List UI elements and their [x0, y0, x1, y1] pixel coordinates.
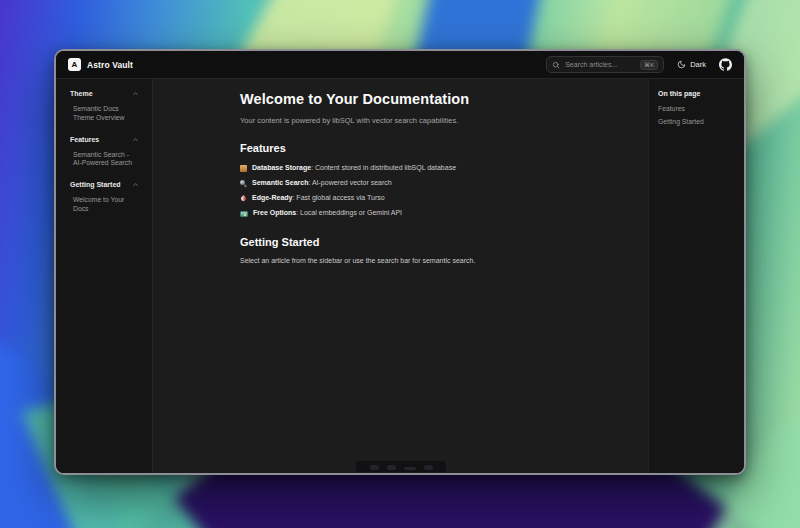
github-icon	[719, 58, 732, 71]
sidebar: Theme Semantic Docs Theme Overview Featu…	[56, 79, 153, 473]
search-icon	[552, 61, 560, 69]
dock-icon[interactable]	[387, 465, 396, 470]
feature-text: Semantic Search: AI-powered vector searc…	[252, 178, 392, 188]
sidebar-item-welcome-to-your-docs[interactable]: Welcome to Your Docs	[70, 196, 139, 214]
app-body: Theme Semantic Docs Theme Overview Featu…	[56, 79, 744, 473]
app-logo-icon: A	[68, 58, 81, 71]
magnifier-icon	[240, 180, 247, 187]
feature-item-database-storage: Database Storage: Content stored in dist…	[240, 163, 628, 173]
sidebar-section-getting-started: Getting Started Welcome to Your Docs	[70, 181, 139, 214]
dock[interactable]	[356, 461, 446, 472]
sidebar-section-features-header[interactable]: Features	[70, 136, 139, 143]
toc-link-features[interactable]: Features	[658, 105, 736, 112]
search-shortcut-badge: ⌘K	[640, 60, 658, 70]
sidebar-section-features: Features Semantic Search - AI-Powered Se…	[70, 136, 139, 169]
dock-icon[interactable]	[404, 467, 416, 470]
chevron-up-icon	[132, 90, 139, 97]
search-input[interactable]: Search articles... ⌘K	[546, 56, 664, 73]
theme-toggle-button[interactable]: Dark	[672, 57, 711, 72]
chevron-up-icon	[132, 136, 139, 143]
page-intro: Your content is powered by libSQL with v…	[240, 116, 628, 125]
package-icon	[240, 165, 247, 172]
app-window: A Astro Vault Search articles... ⌘K Dark	[54, 49, 746, 475]
features-heading: Features	[240, 142, 628, 154]
getting-started-heading: Getting Started	[240, 236, 628, 248]
feature-item-free-options: Free Options: Local embeddings or Gemini…	[240, 208, 628, 218]
rocket-icon	[240, 195, 247, 202]
chevron-up-icon	[132, 181, 139, 188]
theme-toggle-label: Dark	[690, 60, 706, 69]
feature-list: Database Storage: Content stored in dist…	[240, 163, 628, 219]
main-content: Welcome to Your Documentation Your conte…	[153, 79, 648, 473]
feature-item-semantic-search: Semantic Search: AI-powered vector searc…	[240, 178, 628, 188]
search-placeholder: Search articles...	[565, 61, 635, 68]
on-this-page-panel: On this page Features Getting Started	[648, 79, 744, 473]
github-link[interactable]	[719, 58, 732, 71]
dock-icon[interactable]	[424, 465, 433, 470]
page-title: Welcome to Your Documentation	[240, 91, 628, 107]
sidebar-item-semantic-search[interactable]: Semantic Search - AI-Powered Search	[70, 151, 139, 169]
feature-text: Database Storage: Content stored in dist…	[252, 163, 456, 173]
sidebar-item-semantic-docs-theme-overview[interactable]: Semantic Docs Theme Overview	[70, 105, 139, 123]
app-title: Astro Vault	[87, 60, 133, 70]
sidebar-section-label: Getting Started	[70, 181, 121, 188]
sidebar-section-label: Theme	[70, 90, 93, 97]
feature-text: Free Options: Local embeddings or Gemini…	[253, 208, 402, 218]
brand[interactable]: A Astro Vault	[68, 58, 133, 71]
sidebar-section-theme-header[interactable]: Theme	[70, 90, 139, 97]
toc-link-getting-started[interactable]: Getting Started	[658, 118, 736, 125]
feature-item-edge-ready: Edge-Ready: Fast global access via Turso	[240, 193, 628, 203]
sidebar-section-label: Features	[70, 136, 99, 143]
app-header: A Astro Vault Search articles... ⌘K Dark	[56, 51, 744, 79]
moon-icon	[677, 60, 686, 69]
feature-text: Edge-Ready: Fast global access via Turso	[252, 193, 385, 203]
sidebar-section-theme: Theme Semantic Docs Theme Overview	[70, 90, 139, 123]
getting-started-text: Select an article from the sidebar or us…	[240, 257, 628, 264]
sidebar-section-getting-started-header[interactable]: Getting Started	[70, 181, 139, 188]
dock-icon[interactable]	[370, 465, 379, 470]
toc-title: On this page	[658, 90, 736, 97]
banknote-icon	[240, 211, 248, 217]
